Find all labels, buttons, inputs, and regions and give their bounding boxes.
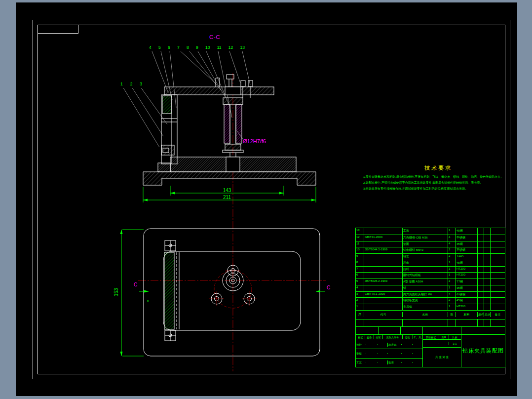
- titleblock-cell: [387, 353, 401, 354]
- bom-cell-code: [364, 254, 402, 260]
- titleblock-sign-row: 设计标准化: [356, 340, 422, 349]
- bom-cell-weight-total: [484, 247, 490, 253]
- titleblock-cell: [366, 344, 378, 345]
- title-block: 标记处数分区更改文件号签名年、月、日 设计标准化 审核 工艺批准 阶段标记 质量…: [355, 326, 505, 367]
- bom-row: 12 GB/T41-2000 六角螺母-C级 M36 4 不锈钢: [356, 235, 505, 241]
- bom-cell-weight-unit: [477, 279, 484, 285]
- bom-cell-name: 内六角圆柱头螺钉 M6: [402, 292, 448, 298]
- bom-cell-qty: 2: [448, 298, 456, 304]
- titleblock-cell: 年、月、日: [413, 335, 422, 339]
- titleblock-cell: [412, 362, 422, 363]
- bom-cell-qty: 2: [448, 254, 456, 260]
- callout-number: 7: [177, 45, 180, 50]
- bom-cell-weight-unit: [477, 292, 484, 298]
- bom-cell-note: [490, 254, 505, 260]
- bom-empty-cell: [356, 319, 364, 326]
- bom-cell-weight-unit: [477, 267, 484, 273]
- titleblock-cell: [412, 344, 422, 345]
- bom-cell-qty: 1: [448, 267, 456, 273]
- titleblock-cell: [400, 327, 422, 334]
- titleblock-cell: [439, 343, 449, 344]
- bom-cell-weight-total: [484, 235, 490, 241]
- titleblock-cell: [366, 362, 378, 363]
- titleblock-empty-row: [356, 327, 422, 335]
- bom-cell-code: [364, 298, 402, 304]
- titleblock-cell: 工艺: [356, 360, 366, 364]
- bom-cell-note: [490, 292, 505, 298]
- bom-cell-no: 8: [356, 260, 364, 266]
- titleblock-stage-labels: 阶段标记 质量 比例: [423, 335, 461, 340]
- titleblock-cell: [366, 353, 378, 354]
- bom-cell-name: 工装: [402, 228, 448, 235]
- scale-label: 比例: [449, 335, 460, 339]
- bom-cell-code: [364, 241, 402, 247]
- bom-cell-weight-unit: [477, 260, 484, 266]
- bom-row: 13 工装 1 45钢: [356, 228, 505, 235]
- titleblock-cell: 标记: [356, 335, 365, 339]
- callout-number: 3: [140, 82, 142, 86]
- bom-cell-no: 5: [356, 279, 364, 285]
- bom-cell-code: GB/T70.1-2000: [364, 292, 402, 298]
- bom-cell-code: GB/T41-2000: [364, 235, 402, 241]
- bom-cell-material: 45钢: [456, 260, 477, 266]
- bom-cell-code: [364, 228, 402, 235]
- bom-empty-row: [355, 319, 505, 327]
- bom-cell-note: [490, 235, 505, 241]
- bom-cell-no: 2: [356, 298, 364, 304]
- bom-cell-qty: 4: [448, 241, 456, 247]
- titleblock-cell: [401, 344, 412, 345]
- bom-header-cell: 代号: [364, 312, 402, 317]
- bom-cell-qty: 1: [448, 285, 456, 291]
- bom-cell-no: 7: [356, 267, 364, 273]
- bom-cell-name: 钻套: [402, 254, 448, 260]
- bom-row: 5 JB/T8026.2-1999 A型 垫圈 A30H 2 T7钢: [356, 279, 505, 285]
- bom-empty-cell: [364, 319, 402, 326]
- bom-cell-name: 拉杆: [402, 267, 448, 273]
- bom-cell-weight-unit: [477, 273, 484, 279]
- titleblock-cell: 审核: [356, 352, 366, 356]
- callout-number: 11: [217, 45, 222, 50]
- bom-cell-code: [364, 285, 402, 291]
- bom-cell-no: 6: [356, 273, 364, 279]
- callout-number: 8: [187, 45, 189, 50]
- titleblock-cell: 更改文件号: [382, 335, 402, 339]
- bom-cell-weight-total: [484, 292, 490, 298]
- titleblock-cell: [378, 344, 387, 345]
- stage-label: 阶段标记: [423, 335, 439, 339]
- bom-cell-weight-unit: [477, 304, 484, 310]
- bom-cell-name: 压套: [402, 260, 448, 266]
- dim-plate-height: 153: [114, 288, 119, 296]
- titleblock-cell: [401, 353, 412, 354]
- bom-empty-cell: [477, 319, 484, 326]
- bom-cell-material: 45钢: [456, 241, 477, 247]
- bom-header-cell: 名称: [402, 312, 448, 317]
- bom-header-cell: 备注: [490, 312, 505, 317]
- titleblock-cell: 标准化: [387, 343, 401, 347]
- tech-requirement-item: 2.装配过程中,严禁打击或使用不合适的工具拆装零件,装配后各运动件应转动灵活、无…: [363, 180, 503, 186]
- bom-cell-note: [490, 285, 505, 291]
- titleblock-sign-row: 工艺批准: [356, 359, 422, 367]
- bom-cell-note: [490, 279, 505, 285]
- bom-cell-no: 11: [356, 241, 364, 247]
- bom-header-cell: 数: [448, 312, 456, 317]
- bom-cell-weight-total: [484, 254, 490, 260]
- bom-cell-qty: 4: [448, 235, 456, 241]
- titleblock-cell: [378, 362, 387, 363]
- fit-dimension-label: Ø12H7/f6: [243, 138, 266, 144]
- callout-number: 5: [158, 45, 161, 50]
- drawing-title: 钻床夹具装配图: [461, 335, 505, 367]
- sheet-count-label: 共 张 第 张: [423, 348, 461, 367]
- bom-cell-code: JB/T8044.5-1999: [364, 247, 402, 253]
- bom-list: 13 工装 1 45钢 12 GB/T41-2000 六角螺母-C级 M36 4…: [355, 228, 505, 311]
- bom-row: 6 翻转式钻模板 1 HT200: [356, 272, 505, 279]
- bom-cell-material: 不锈钢: [456, 235, 477, 241]
- bom-cell-no: 3: [356, 292, 364, 298]
- bom-cell-name: 钻模板支架: [402, 298, 448, 304]
- titleblock-cell: [378, 353, 387, 354]
- cad-viewer-screen: C-C 45678910111213 123 Ø12H7/f6 143 211 …: [0, 0, 532, 399]
- titleblock-cell: 批准: [387, 360, 401, 364]
- titleblock-cell: 设计: [356, 343, 366, 347]
- title-block-stage-area: 阶段标记 质量 比例 1:1 共 张 第 张: [423, 327, 461, 367]
- bom-empty-cell: [456, 319, 477, 326]
- bom-cell-weight-unit: [477, 254, 484, 260]
